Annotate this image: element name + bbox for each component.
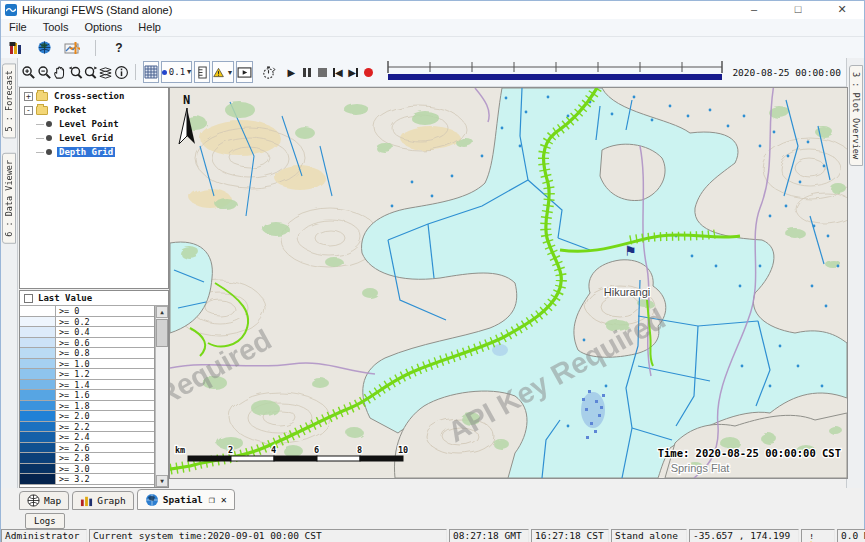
legend-row[interactable]: >= 3.0 <box>20 464 154 475</box>
pause-button[interactable] <box>299 61 314 83</box>
last-value-checkbox[interactable] <box>24 294 33 303</box>
folder-icon <box>36 92 48 101</box>
tab-spatial[interactable]: Spatial ❐ ✕ <box>137 489 235 510</box>
status-local-time: 16:27:18 CST <box>531 529 609 542</box>
spatial-map-view[interactable]: ⚑ Hikurangi Springs Flat API Key Require… <box>169 87 848 479</box>
tree-node-label[interactable]: Level Point <box>57 119 121 129</box>
tab-graph[interactable]: Graph <box>72 491 134 510</box>
scroll-up-icon[interactable]: ▲ <box>156 306 168 318</box>
tree-node-label[interactable]: Depth Grid <box>57 147 115 157</box>
tree-node-pocket[interactable]: -Pocket <box>20 104 168 116</box>
status-bar: Administrator Current system time:2020-0… <box>1 529 865 542</box>
menu-help[interactable]: Help <box>130 19 169 36</box>
warning-threshold-dropdown[interactable]: ▼ <box>212 61 234 83</box>
tab-map[interactable]: Map <box>19 491 69 510</box>
menu-file[interactable]: File <box>1 19 35 36</box>
tree-node-label[interactable]: Cross-section <box>52 91 126 101</box>
tab-data-viewer[interactable]: 6 : Data Viewer <box>2 153 16 244</box>
animation-window-button[interactable] <box>236 61 253 83</box>
tree-expander-icon[interactable]: + <box>24 92 33 101</box>
legend-row[interactable]: >= 2.4 <box>20 432 154 443</box>
zoom-out-icon[interactable] <box>36 61 51 83</box>
map-display-icon[interactable] <box>33 37 55 59</box>
tree-node-label[interactable]: Pocket <box>52 105 89 115</box>
legend-row[interactable]: >= 3.2 <box>20 474 154 485</box>
help-button[interactable]: ? <box>108 37 130 59</box>
close-button[interactable]: ✕ <box>820 1 864 19</box>
chevron-down-icon: ▼ <box>187 68 191 76</box>
zoom-next-icon[interactable] <box>83 61 98 83</box>
legend-row[interactable]: >= 1.6 <box>20 390 154 401</box>
tree-node-level-point[interactable]: Level Point <box>20 118 168 130</box>
status-warning-icon[interactable] <box>801 529 835 542</box>
scroll-down-icon[interactable]: ▼ <box>156 475 168 487</box>
legend-color-swatch <box>20 453 56 463</box>
legend-row[interactable]: >= 0.2 <box>20 317 154 328</box>
tab-close-icon[interactable]: ✕ <box>221 494 227 505</box>
legend-value-label: >= 1.6 <box>56 390 90 400</box>
zoom-in-icon[interactable] <box>21 61 36 83</box>
skip-end-button[interactable]: ▶ <box>346 61 361 83</box>
legend-scrollbar[interactable]: ▲ ▼ <box>155 306 168 487</box>
locality-label: Springs Flat <box>671 462 730 474</box>
legend-row[interactable]: >= 0.6 <box>20 338 154 349</box>
layer-bullet-icon <box>46 149 52 155</box>
legend-row[interactable]: >= 0.8 <box>20 348 154 359</box>
legend-value-label: >= 0.4 <box>56 327 90 337</box>
explorer-icon[interactable] <box>5 37 27 59</box>
legend-row[interactable]: >= 1.8 <box>20 401 154 412</box>
menu-tools[interactable]: Tools <box>35 19 77 36</box>
legend-color-swatch <box>20 327 56 337</box>
tab-maximize-icon[interactable]: ❐ <box>209 494 215 505</box>
play-button[interactable]: ▶ <box>284 61 299 83</box>
zoom-previous-icon[interactable] <box>67 61 82 83</box>
info-icon[interactable] <box>114 61 129 83</box>
menu-options[interactable]: Options <box>76 19 130 36</box>
legend-color-swatch <box>20 390 56 400</box>
grid-toggle-button[interactable] <box>143 61 159 83</box>
threshold-value: 0.1 <box>169 67 185 77</box>
legend-color-swatch <box>20 317 56 327</box>
tree-node-depth-grid[interactable]: Depth Grid <box>20 146 168 158</box>
tab-spatial-label: Spatial <box>163 494 203 505</box>
title-bar: Hikurangi FEWS (Stand alone) – □ ✕ <box>1 1 864 19</box>
minimize-button[interactable]: – <box>732 1 776 19</box>
skip-start-button[interactable]: ◀ <box>330 61 345 83</box>
tree-node-cross-section[interactable]: +Cross-section <box>20 90 168 102</box>
scrollbar-thumb[interactable] <box>156 319 168 347</box>
profile-tool-icon[interactable] <box>260 61 275 83</box>
pan-hand-icon[interactable] <box>52 61 67 83</box>
legend-row[interactable]: >= 1.4 <box>20 380 154 391</box>
legend-row[interactable]: >= 2.8 <box>20 453 154 464</box>
tree-expander-icon[interactable]: - <box>24 106 33 115</box>
legend-row[interactable]: >= 1.2 <box>20 369 154 380</box>
legend-value-label: >= 1.2 <box>56 369 90 379</box>
legend-row[interactable]: >= 2.0 <box>20 411 154 422</box>
maximize-button[interactable]: □ <box>776 1 820 19</box>
legend-row[interactable]: >= 1.0 <box>20 359 154 370</box>
spatial-display-icon[interactable] <box>61 37 83 59</box>
logs-button[interactable]: Logs <box>25 513 65 529</box>
tab-map-label: Map <box>44 495 61 506</box>
tab-plot-overview[interactable]: 3 : Plot Overview <box>849 65 863 166</box>
current-timestep-label: 2020-08-25 00:00:00 CST <box>732 67 864 78</box>
legend-value-label: >= 3.2 <box>56 474 90 484</box>
map-toolbar: 0.1 ▼ ▼ ▶ ◀ ▶ <box>1 58 864 87</box>
tree-node-label[interactable]: Level Grid <box>57 133 115 143</box>
contour-threshold-dropdown[interactable]: 0.1 ▼ <box>161 61 192 83</box>
legend-row[interactable]: >= 2.2 <box>20 422 154 433</box>
record-button[interactable] <box>361 61 376 83</box>
town-label: Hikurangi <box>604 286 650 298</box>
vertical-profile-button[interactable] <box>194 61 210 83</box>
globe-icon <box>27 494 40 507</box>
layers-icon[interactable] <box>98 61 113 83</box>
timeline-slider[interactable] <box>384 59 726 85</box>
tree-node-level-grid[interactable]: Level Grid <box>20 132 168 144</box>
tab-forecast[interactable]: 5 : Forecast <box>2 63 16 138</box>
legend-row[interactable]: >= 0 <box>20 306 154 317</box>
legend-row[interactable]: >= 2.6 <box>20 443 154 454</box>
legend-row[interactable]: >= 0.4 <box>20 327 154 338</box>
stop-button[interactable] <box>315 61 330 83</box>
legend-header: Last Value <box>20 291 168 306</box>
svg-text:6: 6 <box>314 445 319 455</box>
